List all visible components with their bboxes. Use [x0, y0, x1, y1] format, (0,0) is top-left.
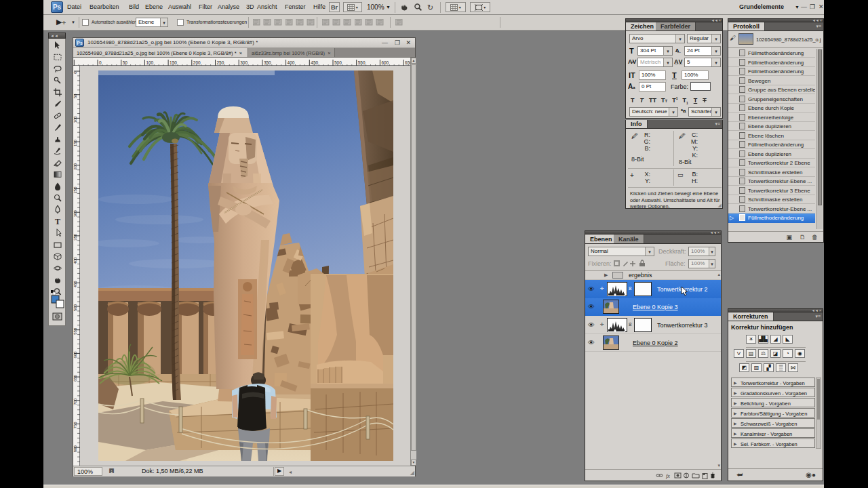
svg-text:550: 550: [73, 327, 77, 335]
svg-text:150: 150: [170, 60, 177, 65]
svg-text:600: 600: [73, 351, 77, 359]
svg-text:200: 200: [193, 60, 201, 65]
svg-text:550: 550: [358, 60, 366, 65]
svg-text:500: 500: [334, 60, 342, 65]
svg-text:800: 800: [73, 445, 77, 453]
svg-text:T: T: [55, 217, 60, 226]
svg-text:750: 750: [73, 422, 77, 429]
svg-text:400: 400: [288, 60, 295, 65]
svg-text:300: 300: [73, 210, 77, 218]
svg-text:100: 100: [146, 60, 153, 65]
svg-text:50: 50: [73, 94, 77, 98]
svg-text:250: 250: [73, 186, 77, 194]
svg-text:150: 150: [73, 139, 77, 146]
svg-text:100: 100: [73, 116, 77, 123]
svg-text:600: 600: [381, 60, 389, 65]
svg-text:450: 450: [73, 281, 77, 288]
svg-text:300: 300: [240, 60, 248, 65]
svg-text:350: 350: [264, 60, 271, 65]
svg-text:450: 450: [311, 60, 318, 65]
svg-text:fx: fx: [666, 473, 670, 479]
svg-text:200: 200: [73, 163, 77, 170]
svg-text:700: 700: [73, 398, 77, 405]
svg-text:0: 0: [99, 60, 102, 65]
svg-text:500: 500: [73, 304, 77, 311]
svg-text:650: 650: [405, 60, 410, 65]
svg-text:50: 50: [123, 60, 128, 65]
svg-text:350: 350: [73, 233, 77, 241]
svg-text:250: 250: [217, 60, 224, 65]
svg-text:400: 400: [73, 257, 77, 264]
svg-text:650: 650: [73, 374, 77, 382]
